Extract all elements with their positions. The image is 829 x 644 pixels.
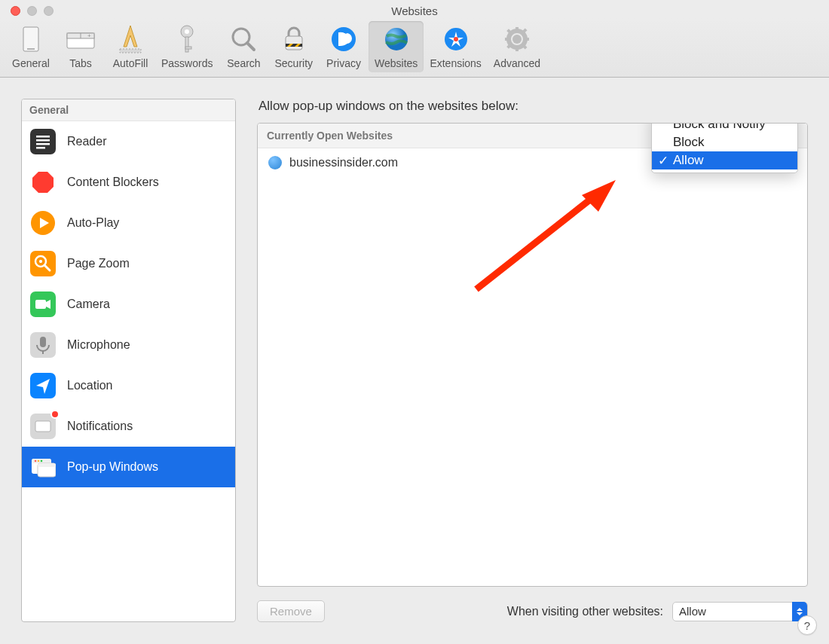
toolbar-websites[interactable]: Websites	[369, 21, 424, 72]
site-permission-dropdown[interactable]: Block and Notify Block Allow	[651, 123, 798, 173]
prefs-toolbar: General + Tabs AutoFill Passwords Search…	[0, 18, 829, 78]
svg-point-8	[185, 29, 189, 34]
svg-rect-1	[27, 48, 35, 50]
toolbar-passwords[interactable]: Passwords	[155, 21, 219, 72]
zoom-icon	[29, 250, 57, 277]
sidebar-item-label: Page Zoom	[67, 257, 130, 270]
sidebar-item-notifications[interactable]: Notifications	[22, 406, 235, 447]
svg-rect-39	[36, 147, 45, 149]
svg-rect-9	[185, 37, 188, 52]
sidebar-item-label: Auto-Play	[67, 216, 119, 230]
sidebar-item-popups[interactable]: Pop-up Windows	[22, 447, 235, 487]
toolbar-tabs[interactable]: + Tabs	[56, 21, 106, 72]
sidebar-item-camera[interactable]: Camera	[22, 284, 235, 325]
svg-rect-35	[30, 129, 56, 154]
svg-marker-40	[32, 172, 54, 193]
search-icon	[228, 24, 258, 54]
svg-point-25	[512, 35, 522, 44]
location-icon	[29, 372, 57, 399]
notifications-icon	[29, 413, 57, 440]
tabs-icon: +	[66, 24, 96, 54]
sidebar-item-label: Content Blockers	[67, 175, 159, 189]
other-websites-select[interactable]: Allow	[672, 602, 808, 621]
stop-icon	[29, 169, 57, 196]
toolbar-label: Passwords	[161, 57, 213, 69]
sidebar-item-label: Location	[67, 379, 113, 392]
gear-icon	[502, 24, 532, 54]
svg-point-62	[41, 460, 43, 462]
settings-sidebar: General Reader Content Blockers Auto-Pla…	[21, 99, 236, 622]
svg-rect-0	[23, 27, 38, 51]
sidebar-item-location[interactable]: Location	[22, 365, 235, 406]
toolbar-label: Security	[274, 57, 313, 69]
content-area: General Reader Content Blockers Auto-Pla…	[0, 78, 829, 643]
sidebar-item-content-blockers[interactable]: Content Blockers	[22, 162, 235, 203]
reader-icon	[29, 128, 57, 155]
toolbar-privacy[interactable]: Privacy	[319, 21, 369, 72]
svg-rect-37	[36, 139, 50, 142]
toolbar-label: Websites	[375, 57, 418, 69]
toolbar-label: General	[12, 57, 50, 69]
svg-point-21	[385, 28, 408, 50]
toolbar-label: Privacy	[326, 57, 361, 69]
sidebar-item-label: Microphone	[67, 338, 130, 352]
toolbar-advanced[interactable]: Advanced	[488, 21, 546, 72]
sidebar-item-auto-play[interactable]: Auto-Play	[22, 203, 235, 243]
general-icon	[16, 24, 46, 54]
microphone-icon	[29, 331, 57, 359]
sidebar-item-reader[interactable]: Reader	[22, 121, 235, 162]
svg-line-65	[476, 191, 601, 289]
toolbar-general[interactable]: General	[6, 21, 56, 72]
annotation-arrow	[469, 176, 619, 297]
svg-rect-43	[30, 251, 56, 276]
svg-rect-57	[35, 421, 50, 432]
right-pane: Allow pop-up windows on the websites bel…	[257, 99, 808, 622]
toolbar-label: Search	[227, 57, 260, 69]
toolbar-label: Advanced	[494, 57, 540, 69]
passwords-icon	[172, 24, 202, 54]
toolbar-label: AutoFill	[113, 57, 148, 69]
websites-list: Currently Open Websites businessinsider.…	[257, 123, 808, 587]
toolbar-search[interactable]: Search	[219, 21, 268, 72]
play-icon	[29, 209, 57, 237]
window-title: Websites	[0, 5, 829, 17]
svg-point-61	[38, 460, 40, 462]
svg-rect-36	[36, 136, 50, 138]
help-button[interactable]: ?	[797, 615, 817, 635]
sidebar-item-page-zoom[interactable]: Page Zoom	[22, 243, 235, 284]
privacy-icon	[329, 24, 359, 54]
toolbar-label: Extensions	[430, 57, 481, 69]
svg-rect-10	[185, 47, 191, 49]
dropdown-option-block[interactable]: Block	[652, 133, 797, 151]
svg-rect-6	[120, 49, 141, 53]
sidebar-item-label: Reader	[67, 135, 106, 148]
toolbar-security[interactable]: Security	[268, 21, 319, 72]
svg-point-24	[454, 37, 458, 41]
svg-point-60	[35, 460, 37, 462]
sidebar-item-label: Pop-up Windows	[67, 460, 158, 474]
svg-rect-38	[36, 143, 50, 145]
camera-icon	[29, 291, 57, 318]
svg-rect-64	[38, 463, 56, 467]
sidebar-item-microphone[interactable]: Microphone	[22, 325, 235, 365]
toolbar-autofill[interactable]: AutoFill	[106, 21, 155, 72]
dropdown-option-block-notify[interactable]: Block and Notify	[652, 123, 797, 133]
svg-rect-13	[286, 36, 302, 50]
site-domain: businessinsider.com	[289, 156, 398, 169]
bottom-controls: Remove When visiting other websites: All…	[257, 600, 808, 622]
popup-windows-icon	[29, 453, 57, 481]
toolbar-extensions[interactable]: Extensions	[424, 21, 487, 72]
extensions-icon	[441, 24, 471, 54]
autofill-icon	[115, 24, 145, 54]
toolbar-label: Tabs	[69, 57, 92, 69]
pane-title: Allow pop-up windows on the websites bel…	[257, 99, 808, 114]
svg-rect-49	[35, 300, 46, 309]
sidebar-item-label: Notifications	[67, 420, 133, 433]
sidebar-heading: General	[22, 99, 235, 121]
globe-icon	[268, 156, 282, 169]
dropdown-option-allow[interactable]: Allow	[652, 151, 797, 169]
sidebar-item-label: Camera	[67, 298, 110, 311]
svg-text:+: +	[87, 32, 91, 39]
remove-button[interactable]: Remove	[257, 600, 325, 622]
websites-icon	[381, 24, 411, 54]
